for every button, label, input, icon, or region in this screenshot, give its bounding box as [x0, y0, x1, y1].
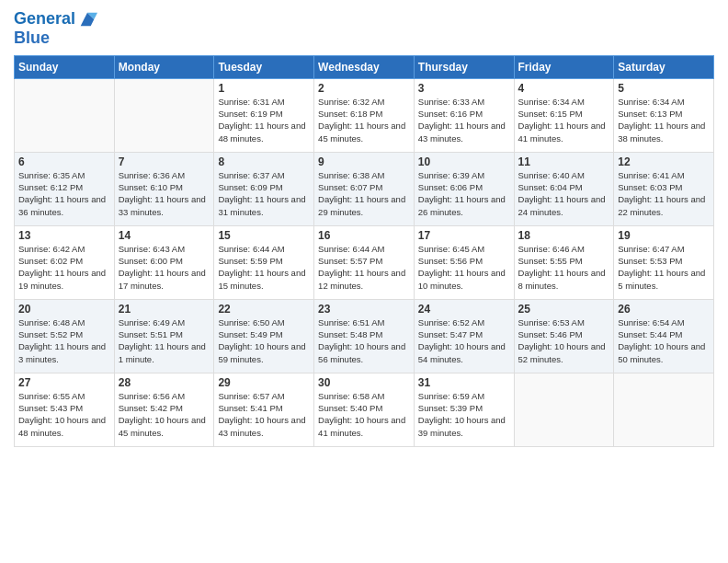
day-info: Sunrise: 6:54 AM Sunset: 5:44 PM Dayligh… [618, 316, 710, 365]
day-info: Sunrise: 6:34 AM Sunset: 6:13 PM Dayligh… [618, 96, 710, 144]
calendar-cell: 22Sunrise: 6:50 AM Sunset: 5:49 PM Dayli… [214, 299, 314, 373]
day-info: Sunrise: 6:48 AM Sunset: 5:52 PM Dayligh… [18, 316, 110, 365]
day-info: Sunrise: 6:43 AM Sunset: 6:00 PM Dayligh… [119, 243, 210, 292]
day-info: Sunrise: 6:31 AM Sunset: 6:19 PM Dayligh… [218, 96, 310, 144]
calendar-cell: 7Sunrise: 6:36 AM Sunset: 6:10 PM Daylig… [114, 152, 214, 225]
day-number: 19 [618, 229, 710, 242]
day-number: 2 [318, 82, 410, 95]
weekday-header-wednesday: Wednesday [314, 55, 415, 78]
day-info: Sunrise: 6:56 AM Sunset: 5:42 PM Dayligh… [119, 390, 210, 439]
day-info: Sunrise: 6:52 AM Sunset: 5:47 PM Dayligh… [418, 316, 510, 365]
calendar-cell: 30Sunrise: 6:58 AM Sunset: 5:40 PM Dayli… [314, 373, 415, 446]
day-number: 6 [18, 155, 110, 168]
week-row-5: 27Sunrise: 6:55 AM Sunset: 5:43 PM Dayli… [15, 373, 714, 446]
calendar-cell [15, 78, 115, 152]
day-number: 14 [119, 229, 210, 242]
weekday-header-monday: Monday [114, 55, 214, 78]
calendar-cell: 29Sunrise: 6:57 AM Sunset: 5:41 PM Dayli… [214, 373, 314, 446]
calendar-cell: 16Sunrise: 6:44 AM Sunset: 5:57 PM Dayli… [314, 225, 415, 299]
day-number: 12 [618, 155, 710, 168]
weekday-header-tuesday: Tuesday [214, 55, 314, 78]
week-row-1: 1Sunrise: 6:31 AM Sunset: 6:19 PM Daylig… [15, 78, 714, 152]
day-number: 31 [418, 376, 510, 389]
calendar-cell: 27Sunrise: 6:55 AM Sunset: 5:43 PM Dayli… [15, 373, 115, 446]
day-info: Sunrise: 6:51 AM Sunset: 5:48 PM Dayligh… [318, 316, 410, 365]
calendar-cell: 15Sunrise: 6:44 AM Sunset: 5:59 PM Dayli… [214, 225, 314, 299]
weekday-header-friday: Friday [514, 55, 614, 78]
day-info: Sunrise: 6:45 AM Sunset: 5:56 PM Dayligh… [418, 243, 510, 292]
day-number: 5 [618, 82, 710, 95]
calendar-cell: 11Sunrise: 6:40 AM Sunset: 6:04 PM Dayli… [514, 152, 614, 225]
calendar-cell: 14Sunrise: 6:43 AM Sunset: 6:00 PM Dayli… [114, 225, 214, 299]
calendar-cell: 1Sunrise: 6:31 AM Sunset: 6:19 PM Daylig… [214, 78, 314, 152]
day-info: Sunrise: 6:47 AM Sunset: 5:53 PM Dayligh… [618, 243, 710, 292]
calendar-cell: 28Sunrise: 6:56 AM Sunset: 5:42 PM Dayli… [114, 373, 214, 446]
day-number: 27 [18, 376, 110, 389]
day-number: 26 [618, 303, 710, 316]
calendar-cell: 12Sunrise: 6:41 AM Sunset: 6:03 PM Dayli… [614, 152, 714, 225]
day-number: 10 [418, 155, 510, 168]
day-number: 30 [318, 376, 410, 389]
weekday-header-thursday: Thursday [414, 55, 514, 78]
day-number: 15 [218, 229, 310, 242]
day-info: Sunrise: 6:33 AM Sunset: 6:16 PM Dayligh… [418, 96, 510, 144]
weekday-header-row: SundayMondayTuesdayWednesdayThursdayFrid… [15, 55, 714, 78]
day-info: Sunrise: 6:36 AM Sunset: 6:10 PM Dayligh… [119, 169, 210, 218]
day-info: Sunrise: 6:58 AM Sunset: 5:40 PM Dayligh… [318, 390, 410, 439]
header: General Blue [14, 9, 714, 48]
day-info: Sunrise: 6:50 AM Sunset: 5:49 PM Dayligh… [218, 316, 310, 365]
calendar-cell: 20Sunrise: 6:48 AM Sunset: 5:52 PM Dayli… [15, 299, 115, 373]
day-number: 29 [218, 376, 310, 389]
day-number: 20 [18, 303, 110, 316]
calendar-cell: 24Sunrise: 6:52 AM Sunset: 5:47 PM Dayli… [414, 299, 514, 373]
logo-text-blue: Blue [14, 29, 97, 48]
day-number: 13 [18, 229, 110, 242]
calendar-cell: 25Sunrise: 6:53 AM Sunset: 5:46 PM Dayli… [514, 299, 614, 373]
day-info: Sunrise: 6:44 AM Sunset: 5:59 PM Dayligh… [218, 243, 310, 292]
calendar-cell: 2Sunrise: 6:32 AM Sunset: 6:18 PM Daylig… [314, 78, 415, 152]
calendar-table: SundayMondayTuesdayWednesdayThursdayFrid… [14, 55, 714, 447]
day-info: Sunrise: 6:44 AM Sunset: 5:57 PM Dayligh… [318, 243, 410, 292]
day-info: Sunrise: 6:49 AM Sunset: 5:51 PM Dayligh… [119, 316, 210, 365]
day-info: Sunrise: 6:59 AM Sunset: 5:39 PM Dayligh… [418, 390, 510, 439]
calendar-cell: 21Sunrise: 6:49 AM Sunset: 5:51 PM Dayli… [114, 299, 214, 373]
day-info: Sunrise: 6:39 AM Sunset: 6:06 PM Dayligh… [418, 169, 510, 218]
calendar-cell: 8Sunrise: 6:37 AM Sunset: 6:09 PM Daylig… [214, 152, 314, 225]
weekday-header-saturday: Saturday [614, 55, 714, 78]
week-row-4: 20Sunrise: 6:48 AM Sunset: 5:52 PM Dayli… [15, 299, 714, 373]
calendar-cell: 26Sunrise: 6:54 AM Sunset: 5:44 PM Dayli… [614, 299, 714, 373]
day-info: Sunrise: 6:46 AM Sunset: 5:55 PM Dayligh… [518, 243, 610, 292]
day-number: 22 [218, 303, 310, 316]
day-info: Sunrise: 6:37 AM Sunset: 6:09 PM Dayligh… [218, 169, 310, 218]
calendar-cell: 6Sunrise: 6:35 AM Sunset: 6:12 PM Daylig… [15, 152, 115, 225]
week-row-2: 6Sunrise: 6:35 AM Sunset: 6:12 PM Daylig… [15, 152, 714, 225]
day-info: Sunrise: 6:42 AM Sunset: 6:02 PM Dayligh… [18, 243, 110, 292]
day-number: 8 [218, 155, 310, 168]
day-info: Sunrise: 6:32 AM Sunset: 6:18 PM Dayligh… [318, 96, 410, 144]
calendar-cell: 13Sunrise: 6:42 AM Sunset: 6:02 PM Dayli… [15, 225, 115, 299]
day-number: 7 [119, 155, 210, 168]
day-info: Sunrise: 6:53 AM Sunset: 5:46 PM Dayligh… [518, 316, 610, 365]
logo-text: General [14, 10, 75, 29]
day-number: 1 [218, 82, 310, 95]
calendar-cell: 5Sunrise: 6:34 AM Sunset: 6:13 PM Daylig… [614, 78, 714, 152]
calendar-cell [114, 78, 214, 152]
calendar-cell: 4Sunrise: 6:34 AM Sunset: 6:15 PM Daylig… [514, 78, 614, 152]
calendar-cell: 10Sunrise: 6:39 AM Sunset: 6:06 PM Dayli… [414, 152, 514, 225]
day-info: Sunrise: 6:38 AM Sunset: 6:07 PM Dayligh… [318, 169, 410, 218]
calendar-cell: 3Sunrise: 6:33 AM Sunset: 6:16 PM Daylig… [414, 78, 514, 152]
calendar-cell: 17Sunrise: 6:45 AM Sunset: 5:56 PM Dayli… [414, 225, 514, 299]
day-info: Sunrise: 6:55 AM Sunset: 5:43 PM Dayligh… [18, 390, 110, 439]
day-number: 21 [119, 303, 210, 316]
day-number: 17 [418, 229, 510, 242]
day-number: 28 [119, 376, 210, 389]
day-number: 25 [518, 303, 610, 316]
week-row-3: 13Sunrise: 6:42 AM Sunset: 6:02 PM Dayli… [15, 225, 714, 299]
day-number: 4 [518, 82, 610, 95]
day-number: 11 [518, 155, 610, 168]
calendar-cell: 9Sunrise: 6:38 AM Sunset: 6:07 PM Daylig… [314, 152, 415, 225]
day-number: 23 [318, 303, 410, 316]
day-number: 18 [518, 229, 610, 242]
calendar-cell [614, 373, 714, 446]
calendar-cell: 18Sunrise: 6:46 AM Sunset: 5:55 PM Dayli… [514, 225, 614, 299]
